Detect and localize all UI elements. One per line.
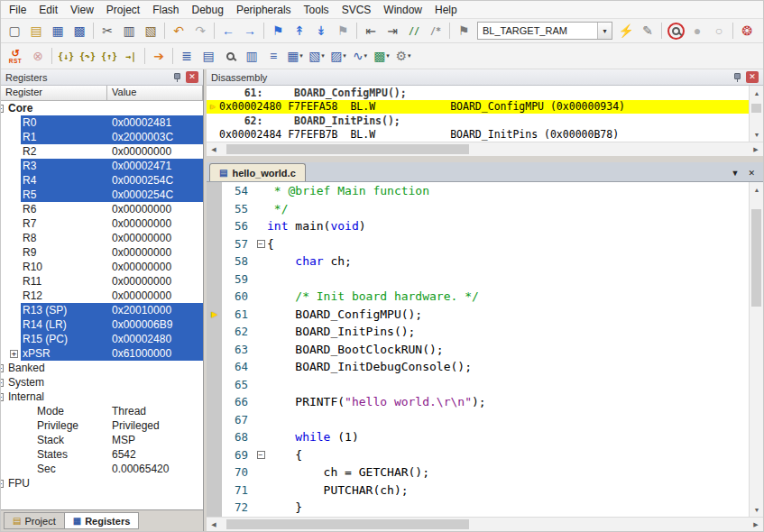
- register-row[interactable]: R10x2000003C: [1, 130, 203, 144]
- register-row[interactable]: R50x0000254C: [1, 188, 203, 202]
- step-into-icon[interactable]: {↓}: [55, 46, 77, 66]
- menu-debug[interactable]: Debug: [186, 2, 230, 18]
- disassembly-vertical-scrollbar[interactable]: ▲ ▼: [749, 86, 763, 142]
- navigate-forward-icon[interactable]: →: [239, 21, 261, 41]
- start-stop-debug-icon[interactable]: [665, 21, 686, 41]
- register-row[interactable]: PrivilegePrivileged: [1, 418, 203, 433]
- menu-peripherals[interactable]: Peripherals: [230, 2, 298, 18]
- target-select-dropdown-icon[interactable]: ▾: [597, 23, 612, 39]
- bookmark-next-icon[interactable]: ↡: [310, 21, 332, 41]
- tab-list-dropdown-icon[interactable]: ▼: [727, 167, 744, 179]
- symbol-window-icon[interactable]: [219, 46, 241, 66]
- code-line[interactable]: }: [267, 500, 302, 514]
- menu-tools[interactable]: Tools: [298, 2, 336, 18]
- code-line[interactable]: while (1): [267, 430, 359, 444]
- copy-icon[interactable]: ▥: [118, 21, 140, 41]
- target-options-icon[interactable]: ✎: [637, 21, 658, 41]
- callstack-window-icon[interactable]: ≡: [262, 46, 284, 66]
- code-line[interactable]: BOARD_BootClockRUN();: [267, 343, 444, 356]
- breakpoint-margin[interactable]: [207, 358, 222, 376]
- register-row[interactable]: R30x00002471: [1, 159, 203, 173]
- breakpoint-margin[interactable]: [207, 499, 222, 517]
- breakpoint-margin[interactable]: [207, 463, 222, 482]
- fold-margin[interactable]: −: [254, 240, 267, 248]
- code-line[interactable]: BOARD_InitDebugConsole();: [267, 360, 472, 373]
- target-select[interactable]: BL_TARGET_RAM▾: [477, 22, 612, 40]
- memory-window-icon[interactable]: ▧▾: [306, 46, 327, 66]
- code-line[interactable]: BOARD_ConfigMPU();: [267, 307, 422, 321]
- registers-window-icon[interactable]: ▥: [241, 46, 262, 66]
- breakpoint-margin[interactable]: [207, 252, 222, 271]
- flash-download-icon[interactable]: ⚡: [615, 21, 637, 41]
- register-row[interactable]: Sec0.00065420: [1, 462, 203, 476]
- code-line[interactable]: * @brief Main function: [267, 184, 429, 197]
- register-row[interactable]: R110x00000000: [1, 274, 203, 289]
- register-row[interactable]: StackMSP: [1, 433, 203, 447]
- expand-icon[interactable]: +: [1, 379, 4, 387]
- horizontal-splitter[interactable]: [207, 156, 763, 162]
- panel-tab-registers[interactable]: ▦Registers: [64, 512, 140, 529]
- register-row[interactable]: +System: [1, 375, 203, 390]
- register-row[interactable]: +Banked: [1, 361, 203, 375]
- register-row[interactable]: R90x00000000: [1, 245, 203, 260]
- breakpoint-margin[interactable]: ▶: [207, 306, 222, 324]
- menu-project[interactable]: Project: [100, 2, 146, 18]
- scroll-left-icon[interactable]: ◀: [207, 518, 221, 532]
- register-row[interactable]: R15 (PC)0x00002480: [1, 332, 203, 346]
- disasm-source-line[interactable]: 62: BOARD_InitPins();: [207, 114, 749, 128]
- breakpoint-margin[interactable]: [207, 288, 222, 306]
- bookmark-toggle-icon[interactable]: ⚑: [267, 21, 289, 41]
- indent-right-icon[interactable]: ⇥: [382, 21, 403, 41]
- expand-icon[interactable]: +: [10, 350, 18, 358]
- breakpoint-margin[interactable]: [207, 200, 222, 218]
- disassembly-horizontal-scrollbar[interactable]: ◀ ▶: [207, 142, 763, 156]
- column-value[interactable]: Value: [107, 86, 203, 101]
- breakpoint-margin[interactable]: [207, 376, 222, 394]
- breakpoint-margin[interactable]: [207, 182, 222, 200]
- command-window-icon[interactable]: ≣: [176, 46, 198, 66]
- redo-icon[interactable]: ↷: [189, 21, 211, 41]
- register-row[interactable]: R00x00002481: [1, 115, 203, 130]
- menu-help[interactable]: Help: [428, 2, 464, 18]
- register-row[interactable]: R13 (SP)0x20010000: [1, 303, 203, 317]
- new-file-icon[interactable]: ▢: [4, 21, 25, 41]
- menu-window[interactable]: Window: [377, 2, 428, 18]
- register-row[interactable]: R80x00000000: [1, 231, 203, 245]
- register-row[interactable]: ModeThread: [1, 404, 203, 418]
- disasm-source-line[interactable]: 61: BOARD_ConfigMPU();: [207, 86, 749, 100]
- serial-window-icon[interactable]: ▨▾: [327, 46, 349, 66]
- expand-icon[interactable]: +: [1, 480, 4, 488]
- register-row[interactable]: −Core: [1, 101, 203, 115]
- menu-svcs[interactable]: SVCS: [336, 2, 378, 18]
- register-row[interactable]: +xPSR0x61000000: [1, 346, 203, 361]
- tab-hello-world-c[interactable]: ▤ hello_world.c: [209, 163, 306, 181]
- code-line[interactable]: ch = GETCHAR();: [267, 465, 429, 479]
- menu-flash[interactable]: Flash: [146, 2, 185, 18]
- disasm-current-line[interactable]: ▶0x00002480 F7FEFA58 BL.W BOARD_ConfigMP…: [207, 100, 749, 115]
- disable-breakpoints-icon[interactable]: ○: [708, 21, 730, 41]
- register-row[interactable]: R70x00000000: [1, 216, 203, 231]
- run-to-cursor-icon[interactable]: →|: [120, 46, 142, 66]
- scroll-thumb[interactable]: [226, 144, 469, 154]
- toolbox-icon[interactable]: ⚙▾: [392, 46, 414, 66]
- fold-collapse-icon[interactable]: −: [257, 240, 265, 248]
- uncomment-icon[interactable]: /*: [425, 21, 446, 41]
- flash-erase-icon[interactable]: ❂: [736, 21, 758, 41]
- panel-tab-project[interactable]: ▤Project: [4, 512, 65, 529]
- pin-icon[interactable]: [171, 72, 182, 83]
- breakpoint-margin[interactable]: [207, 323, 222, 341]
- save-all-icon[interactable]: ▩: [69, 21, 90, 41]
- register-row[interactable]: +FPU: [1, 476, 203, 491]
- stop-icon[interactable]: ⊗: [27, 46, 49, 66]
- breakpoint-icon[interactable]: ●: [686, 21, 708, 41]
- save-icon[interactable]: ▦: [47, 21, 69, 41]
- collapse-icon[interactable]: −: [1, 393, 4, 401]
- register-row[interactable]: R60x00000000: [1, 202, 203, 216]
- collapse-icon[interactable]: −: [1, 105, 4, 113]
- target-flag-icon[interactable]: ⚑: [453, 21, 474, 41]
- scroll-left-icon[interactable]: ◀: [207, 142, 221, 157]
- close-tab-icon[interactable]: ✕: [743, 167, 759, 179]
- breakpoint-margin[interactable]: [207, 446, 222, 464]
- breakpoint-margin[interactable]: [207, 341, 222, 359]
- breakpoint-margin[interactable]: [207, 482, 222, 500]
